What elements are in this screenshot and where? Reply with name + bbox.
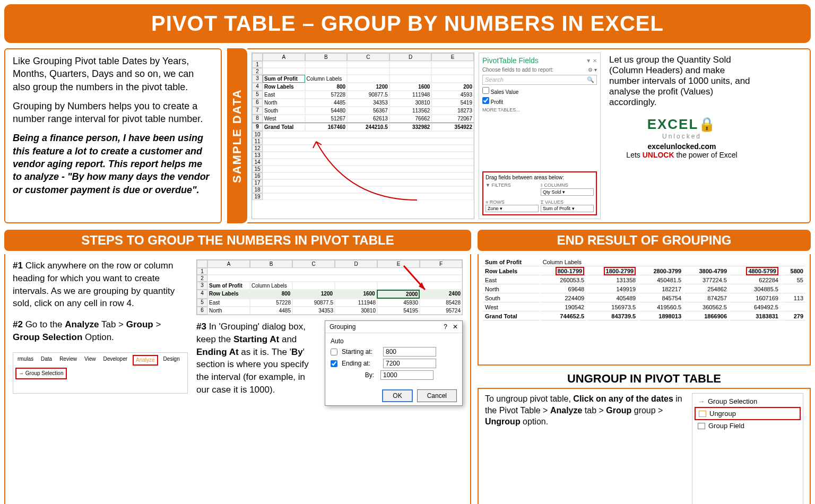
grouped-col: 800-1799	[556, 267, 585, 275]
ending-checkbox[interactable]	[331, 360, 337, 367]
intro-p3: Being a finance person, I have been usin…	[13, 132, 213, 196]
data-cell: 156973.5	[587, 303, 638, 311]
ending-input[interactable]	[383, 359, 436, 368]
col-value: 800	[250, 290, 292, 299]
goal-text: Let us group the Quantity Sold (Column H…	[609, 55, 755, 108]
ribbon-tab[interactable]: View	[82, 355, 98, 366]
search-icon: 🔍	[587, 76, 594, 83]
row-labels: Row Labels	[483, 267, 540, 275]
col-value: 1600	[334, 290, 377, 299]
gear-icon[interactable]: ⚙ ▾	[588, 67, 597, 73]
data-cell: 57228	[305, 91, 348, 99]
data-cell: 1607169	[730, 294, 781, 302]
data-cell: 224409	[541, 294, 587, 302]
more-tables-link[interactable]: MORE TABLES...	[482, 107, 597, 112]
data-cell: 649492.5	[730, 303, 781, 311]
grand-total-cell: 279	[782, 312, 805, 320]
ribbon-tab[interactable]: rmulas	[15, 355, 36, 366]
data-cell: 304885.5	[730, 285, 781, 293]
ribbon-tab[interactable]: Design	[161, 355, 182, 366]
starting-checkbox[interactable]	[331, 349, 337, 355]
data-cell: 190542	[541, 303, 587, 311]
data-cell: 90877.5	[347, 91, 389, 99]
ok-button[interactable]: OK	[382, 389, 412, 402]
step1-grid: ABCDEF 1 2 3Sum of ProfitColumn Labels 4…	[196, 259, 463, 315]
col-header: A	[207, 260, 250, 268]
data-cell: 149919	[587, 285, 638, 293]
help-icon[interactable]: ?	[444, 323, 447, 331]
data-cell: 30810	[335, 307, 377, 315]
ribbon-tab-analyze[interactable]: Analyze	[133, 355, 158, 366]
brand-logo: EXCEL🔒 Unlocked excelunlocked.com Lets U…	[609, 116, 755, 159]
field-label: Sales Value	[491, 89, 519, 95]
data-cell: 62613	[347, 115, 389, 123]
group-selection-menu-item[interactable]: →Group Selection	[695, 396, 801, 407]
data-cell: 111948	[335, 299, 377, 307]
search-input[interactable]: Search 🔍	[482, 75, 597, 85]
grouped-col: 2800-3799	[639, 267, 683, 275]
starting-label: Starting at:	[342, 348, 379, 355]
data-cell: 182217	[639, 285, 683, 293]
col-header: C	[347, 53, 389, 61]
grouped-col: 1800-2799	[604, 267, 636, 275]
ribbon-tab[interactable]: Developer	[101, 355, 129, 366]
grand-total-cell: 354922	[431, 123, 474, 131]
grand-total-cell: 332982	[389, 123, 432, 131]
starting-input[interactable]	[383, 347, 436, 357]
data-cell: 34353	[292, 307, 335, 315]
data-cell: 57228	[250, 299, 292, 307]
rows-field[interactable]: Zone ▾	[485, 205, 539, 212]
zone-label: West	[483, 303, 540, 311]
col-value: 200	[431, 83, 474, 91]
sample-pivot-grid: A B C D E 1 2 3Sum of ProfitColumn Label…	[252, 53, 474, 219]
by-input[interactable]	[380, 370, 433, 380]
data-cell: 30810	[389, 99, 432, 107]
data-cell: 113	[782, 294, 805, 302]
data-cell: 260053.5	[541, 276, 587, 284]
column-labels: Column Labels	[250, 282, 292, 290]
data-cell: 18273	[431, 107, 474, 115]
data-cell: 622284	[730, 276, 781, 284]
group-selection-button[interactable]: → Group Selection	[15, 368, 67, 379]
group-field-icon	[698, 423, 705, 429]
grand-total-cell: 744652.5	[541, 312, 587, 320]
grouped-col: 5800	[782, 267, 805, 275]
ribbon-tab[interactable]: Data	[39, 355, 54, 366]
by-label: By:	[331, 371, 376, 379]
zone-label: West	[263, 115, 305, 123]
intro-p2: Grouping by Numbers helps you to create …	[13, 100, 213, 126]
grand-total-cell: 3183831	[730, 312, 781, 320]
ungroup-menu-item[interactable]: Ungroup	[695, 407, 801, 420]
close-icon[interactable]: ✕	[453, 323, 458, 331]
field-checkbox[interactable]	[482, 97, 489, 104]
ribbon-tab[interactable]: Review	[57, 355, 79, 366]
data-cell: 4485	[250, 307, 292, 315]
column-labels: Column Labels	[305, 75, 348, 83]
zone-label: East	[207, 299, 250, 307]
data-cell: 85428	[420, 299, 462, 307]
data-cell: 51267	[305, 115, 348, 123]
cancel-button[interactable]: Cancel	[417, 389, 457, 402]
data-cell: 69648	[541, 285, 587, 293]
data-cell: 254862	[684, 285, 729, 293]
close-icon[interactable]: ▼ ✕	[586, 58, 597, 64]
goal-panel: Let us group the Quantity Sold (Column H…	[605, 53, 759, 219]
data-cell: 4485	[305, 99, 348, 107]
step3-text: #3 In 'Grouping' dialog box, keep the St…	[196, 320, 318, 406]
ungroup-menu: →Group Selection Ungroup Group Field	[692, 393, 803, 504]
zone-label: East	[483, 276, 540, 284]
columns-field[interactable]: Qty Sold ▾	[541, 188, 594, 196]
rows-area-label: ROWS	[490, 199, 505, 205]
col-header: D	[335, 260, 377, 268]
values-field[interactable]: Sum of Profit ▾	[541, 205, 594, 212]
col-value: 800	[305, 83, 348, 91]
brand-site: excelunlocked.com	[609, 142, 755, 151]
data-cell	[782, 303, 805, 311]
field-checkbox[interactable]	[482, 87, 489, 94]
group-field-menu-item[interactable]: Group Field	[695, 420, 801, 431]
data-cell: 45930	[377, 299, 420, 307]
row-labels: Row Labels	[263, 83, 305, 91]
data-cell	[782, 285, 805, 293]
data-cell: 95724	[420, 307, 462, 315]
sample-data-label: SAMPLE DATA	[227, 48, 247, 223]
